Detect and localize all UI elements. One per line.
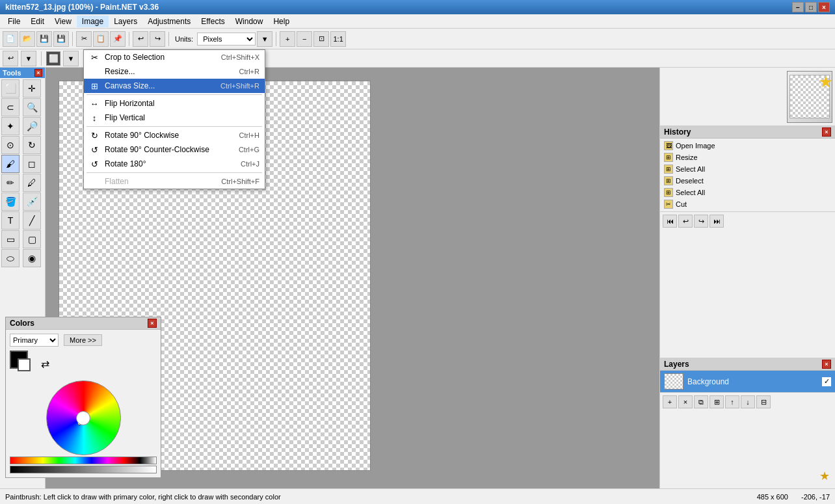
tb-zoom-actual[interactable]: 1:1: [330, 31, 346, 47]
history-item[interactable]: ✂ Cut: [661, 198, 834, 210]
history-prev[interactable]: ↩: [678, 215, 693, 228]
tool-pencil[interactable]: ✏: [1, 174, 20, 192]
tool-zoom[interactable]: 🔍: [23, 98, 41, 116]
menu-rotate-cw[interactable]: ↻ Rotate 90° Clockwise Ctrl+H: [84, 128, 265, 142]
layer-properties[interactable]: ⊟: [756, 395, 771, 408]
maximize-button[interactable]: □: [805, 2, 817, 12]
menu-view[interactable]: View: [49, 16, 77, 27]
color-mode-select[interactable]: Primary Secondary: [10, 334, 59, 347]
tb-units-dropdown[interactable]: ▼: [257, 31, 272, 47]
secondary-swatch[interactable]: [18, 358, 31, 371]
tool-rectangle[interactable]: ▭: [1, 230, 20, 248]
history-close[interactable]: ×: [822, 127, 831, 137]
menu-edit[interactable]: Edit: [25, 16, 49, 27]
menu-rotate-180[interactable]: ↺ Rotate 180° Ctrl+J: [84, 157, 265, 171]
tb-undo[interactable]: ↩: [133, 31, 148, 47]
history-item[interactable]: ⊞ Resize: [661, 152, 834, 163]
history-item[interactable]: ⊞ Select All: [661, 163, 834, 175]
color-gradient-bar[interactable]: [10, 466, 157, 473]
tb2-shape[interactable]: ⬜: [46, 51, 60, 66]
tool-zoom2[interactable]: 🔎: [23, 117, 41, 135]
status-message: Paintbrush: Left click to draw with prim…: [5, 493, 281, 501]
close-button[interactable]: ×: [818, 2, 830, 12]
history-next[interactable]: ↪: [694, 215, 708, 228]
layer-item[interactable]: Background ✓: [660, 371, 835, 392]
tool-ellipse[interactable]: ⬭: [1, 249, 20, 267]
rotate-ccw-label: Rotate 90° Counter-Clockwise: [105, 145, 209, 154]
history-item[interactable]: 🖼 Open Image: [661, 140, 834, 152]
tool-rotate[interactable]: ↻: [23, 136, 41, 154]
menu-canvas-size[interactable]: ⊞ Canvas Size... Ctrl+Shift+R: [84, 79, 265, 93]
menu-window[interactable]: Window: [230, 16, 269, 27]
history-item[interactable]: ⊞ Select All: [661, 187, 834, 198]
tool-rounded-rect[interactable]: ▢: [23, 230, 41, 248]
layer-move-down[interactable]: ↓: [741, 395, 755, 408]
tool-rectangle-select[interactable]: ⬜: [1, 79, 20, 98]
tool-freeform[interactable]: ◉: [23, 249, 41, 267]
layer-add[interactable]: +: [663, 395, 677, 408]
tb-zoom-out[interactable]: −: [297, 31, 312, 47]
colors-panel: Colors × Primary Secondary More >> ⇄: [5, 317, 161, 478]
color-wheel[interactable]: [46, 380, 121, 455]
tb-redo[interactable]: ↪: [150, 31, 165, 47]
tb-save-all[interactable]: 💾: [53, 31, 69, 47]
history-last[interactable]: ⏭: [709, 215, 724, 228]
layer-duplicate[interactable]: ⧉: [694, 395, 708, 408]
menu-flip-v[interactable]: ↕ Flip Vertical: [84, 111, 265, 125]
menu-effects[interactable]: Effects: [196, 16, 230, 27]
layer-visibility-check[interactable]: ✓: [822, 377, 831, 386]
canvas-size-label: Canvas Size...: [105, 81, 155, 90]
layer-delete[interactable]: ×: [678, 395, 693, 408]
menu-adjustments[interactable]: Adjustments: [142, 16, 196, 27]
history-icon: ✂: [664, 200, 673, 209]
tool-ellipse-select[interactable]: ⊙: [1, 136, 20, 154]
layer-merge-down[interactable]: ⊞: [709, 395, 724, 408]
menu-sep2: [86, 126, 262, 127]
colors-close[interactable]: ×: [148, 319, 157, 328]
tool-fill[interactable]: 🪣: [1, 192, 20, 211]
tb-paste[interactable]: 📌: [110, 31, 126, 47]
tb-open[interactable]: 📂: [20, 31, 35, 47]
history-item[interactable]: ⊞ Deselect: [661, 175, 834, 187]
tool-paintbrush[interactable]: 🖌: [1, 155, 20, 173]
tb-new[interactable]: 📄: [3, 31, 18, 47]
layers-title: Layers: [664, 360, 689, 369]
menu-file[interactable]: File: [3, 16, 25, 27]
status-dimensions: 485 x 600: [757, 493, 788, 501]
tb2-btn2[interactable]: ▼: [21, 51, 36, 66]
switch-colors-icon[interactable]: ⇄: [41, 358, 49, 370]
menu-flip-h[interactable]: ↔ Flip Horizontal: [84, 96, 265, 111]
tool-eraser[interactable]: ◻: [23, 155, 41, 173]
units-select[interactable]: Pixels Inches Centimeters: [197, 33, 256, 46]
tool-text[interactable]: T: [1, 211, 20, 230]
menu-flatten[interactable]: Flatten Ctrl+Shift+F: [84, 174, 265, 189]
minimize-button[interactable]: −: [792, 2, 804, 12]
tb-zoom-fit[interactable]: ⊡: [313, 31, 329, 47]
color-spectrum[interactable]: [10, 457, 157, 464]
menu-help[interactable]: Help: [268, 16, 295, 27]
menu-image[interactable]: Image: [77, 16, 109, 27]
layers-close[interactable]: ×: [822, 360, 831, 369]
tool-color-picker[interactable]: 💉: [23, 192, 41, 211]
tools-close[interactable]: ×: [34, 69, 42, 77]
history-first[interactable]: ⏮: [663, 215, 677, 228]
tb2-shape-dropdown[interactable]: ▼: [63, 51, 79, 66]
layer-move-up[interactable]: ↑: [725, 395, 739, 408]
tb-zoom-in[interactable]: +: [280, 31, 295, 47]
more-button[interactable]: More >>: [64, 334, 102, 346]
tool-recolor[interactable]: 🖊: [23, 174, 41, 192]
tb-cut[interactable]: ✂: [76, 31, 92, 47]
tb-save[interactable]: 💾: [36, 31, 52, 47]
menu-rotate-ccw[interactable]: ↺ Rotate 90° Counter-Clockwise Ctrl+G: [84, 142, 265, 157]
crop-label: Crop to Selection: [105, 53, 165, 62]
menu-layers[interactable]: Layers: [109, 16, 142, 27]
tb-copy[interactable]: 📋: [93, 31, 109, 47]
tool-magic-wand[interactable]: ✦: [1, 117, 20, 135]
tool-lasso[interactable]: ⊂: [1, 98, 20, 116]
tb2-btn1[interactable]: ↩: [3, 51, 18, 66]
rotate-180-icon: ↺: [89, 159, 99, 169]
menu-crop[interactable]: ✂ Crop to Selection Ctrl+Shift+X: [84, 50, 265, 64]
menu-resize[interactable]: Resize... Ctrl+R: [84, 64, 265, 79]
tool-move[interactable]: ✛: [23, 79, 41, 98]
tool-line[interactable]: ╱: [23, 211, 41, 230]
